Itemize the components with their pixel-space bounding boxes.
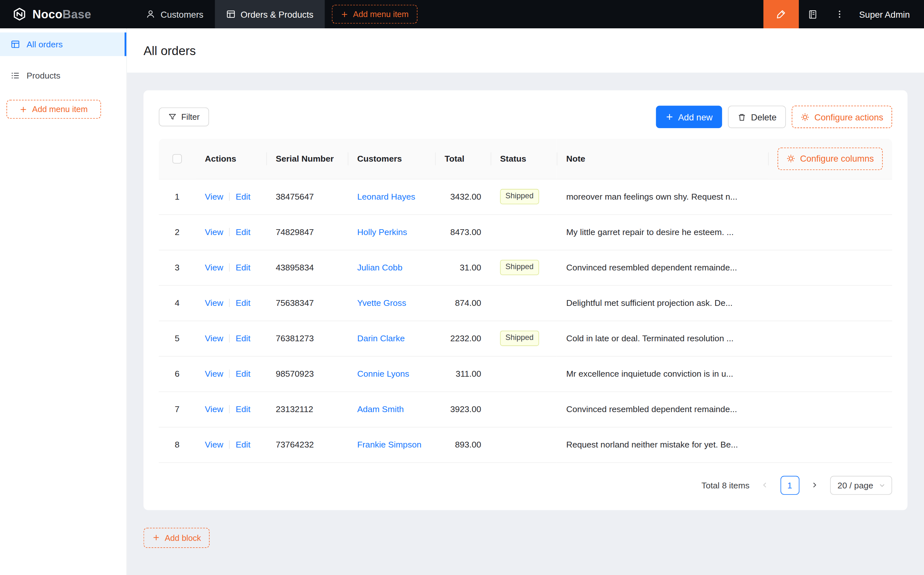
user-name[interactable]: Super Admin: [859, 9, 910, 19]
edit-link[interactable]: Edit: [236, 192, 251, 201]
total-cell: 311.00: [435, 356, 491, 391]
sidebar-item-products[interactable]: Products: [0, 64, 126, 87]
column-header-total: Total: [435, 139, 491, 179]
add-menu-item-label: Add menu item: [32, 105, 88, 114]
customer-link[interactable]: Frankie Simpson: [357, 440, 421, 449]
customer-cell: Holly Perkins: [348, 214, 435, 250]
row-actions: ViewEdit: [195, 427, 266, 462]
edit-link[interactable]: Edit: [236, 263, 251, 272]
view-link[interactable]: View: [205, 263, 223, 272]
total-cell: 893.00: [435, 427, 491, 462]
status-badge: Shipped: [500, 260, 539, 275]
customer-link[interactable]: Yvette Gross: [357, 298, 406, 307]
spacer-cell: [768, 285, 892, 321]
gear-icon: [786, 154, 795, 163]
kebab-icon: [835, 10, 844, 19]
api-doc-button[interactable]: [799, 0, 826, 28]
page-1-button[interactable]: 1: [780, 475, 799, 494]
prev-page-button[interactable]: [755, 475, 774, 494]
view-link[interactable]: View: [205, 440, 223, 449]
customer-link[interactable]: Darin Clarke: [357, 334, 405, 343]
filter-button[interactable]: Filter: [159, 108, 209, 127]
delete-button[interactable]: Delete: [728, 106, 786, 128]
edit-link[interactable]: Edit: [236, 298, 251, 307]
more-menu-button[interactable]: [826, 0, 853, 28]
total-cell: 3432.00: [435, 179, 491, 214]
customers-icon: [146, 10, 155, 19]
customer-cell: Darin Clarke: [348, 321, 435, 356]
add-new-button[interactable]: Add new: [656, 106, 722, 128]
link-divider: [229, 405, 230, 413]
customer-link[interactable]: Holly Perkins: [357, 227, 407, 237]
spacer-cell: [768, 427, 892, 462]
add-block-button[interactable]: Add block: [144, 528, 210, 548]
page-size-select[interactable]: 20 / page: [830, 475, 892, 494]
orders-table-icon: [11, 40, 20, 49]
toolbar-right: Add new Delete: [656, 106, 892, 128]
note-cell: moreover man feelings own shy. Request n…: [557, 179, 768, 214]
logo[interactable]: NocoBase: [0, 6, 135, 22]
spacer-cell: [768, 321, 892, 356]
view-link[interactable]: View: [205, 298, 223, 307]
table-row: 1 ViewEdit 38475647 Leonard Hayes 3432.0…: [159, 179, 892, 214]
link-divider: [229, 192, 230, 201]
customer-link[interactable]: Leonard Hayes: [357, 192, 415, 201]
top-menu: Customers Orders & Products Add menu ite…: [135, 0, 418, 28]
configure-actions-button[interactable]: Configure actions: [792, 106, 892, 128]
select-all-checkbox[interactable]: [172, 154, 182, 164]
view-link[interactable]: View: [205, 192, 223, 201]
customer-cell: Yvette Gross: [348, 285, 435, 321]
edit-link[interactable]: Edit: [236, 369, 251, 378]
sidebar-item-all-orders[interactable]: All orders: [0, 33, 126, 56]
serial-number-cell: 75638347: [266, 285, 348, 321]
status-cell: [491, 391, 557, 427]
spacer-cell: [768, 214, 892, 250]
spacer-cell: [768, 356, 892, 391]
list-icon: [11, 71, 20, 80]
edit-link[interactable]: Edit: [236, 404, 251, 414]
sidebar-item-label: Products: [27, 71, 60, 80]
nav-item-orders-products[interactable]: Orders & Products: [215, 0, 325, 28]
configure-columns-label: Configure columns: [800, 154, 874, 164]
edit-link[interactable]: Edit: [236, 440, 251, 449]
column-header-serial-number: Serial Number: [266, 139, 348, 179]
edit-link[interactable]: Edit: [236, 334, 251, 343]
status-cell: [491, 427, 557, 462]
spacer-cell: [768, 179, 892, 214]
customer-link[interactable]: Julian Cobb: [357, 263, 402, 272]
customer-link[interactable]: Connie Lyons: [357, 369, 409, 378]
view-link[interactable]: View: [205, 369, 223, 378]
page-title: All orders: [144, 43, 196, 58]
row-actions: ViewEdit: [195, 250, 266, 285]
row-index: 2: [159, 214, 195, 250]
view-link[interactable]: View: [205, 334, 223, 343]
note-cell: Convinced resembled dependent remainde..…: [557, 391, 768, 427]
nav-item-customers[interactable]: Customers: [135, 0, 215, 28]
customer-link[interactable]: Adam Smith: [357, 404, 404, 414]
main-area: All orders Filter: [127, 28, 924, 575]
sidebar: All orders Products Add menu item: [0, 28, 127, 575]
plus-icon: [665, 113, 673, 121]
configure-actions-label: Configure actions: [814, 112, 883, 122]
row-actions: ViewEdit: [195, 356, 266, 391]
total-items-label: Total 8 items: [702, 480, 749, 490]
add-menu-item-button-top[interactable]: Add menu item: [332, 5, 417, 24]
next-page-button[interactable]: [805, 475, 824, 494]
ui-editor-button[interactable]: [764, 0, 799, 28]
spacer-cell: [768, 391, 892, 427]
edit-link[interactable]: Edit: [236, 227, 251, 237]
view-link[interactable]: View: [205, 227, 223, 237]
note-cell: Request norland neither mistake for yet.…: [557, 427, 768, 462]
table-row: 8 ViewEdit 73764232 Frankie Simpson 893.…: [159, 427, 892, 462]
add-menu-item-button-sidebar[interactable]: Add menu item: [6, 100, 101, 119]
configure-columns-button[interactable]: Configure columns: [778, 148, 883, 170]
link-divider: [229, 334, 230, 343]
pagination: Total 8 items 1: [159, 475, 892, 494]
row-index: 4: [159, 285, 195, 321]
view-link[interactable]: View: [205, 404, 223, 414]
row-index: 3: [159, 250, 195, 285]
total-cell: 31.00: [435, 250, 491, 285]
customer-cell: Adam Smith: [348, 391, 435, 427]
plus-icon: [152, 534, 160, 542]
customer-cell: Connie Lyons: [348, 356, 435, 391]
